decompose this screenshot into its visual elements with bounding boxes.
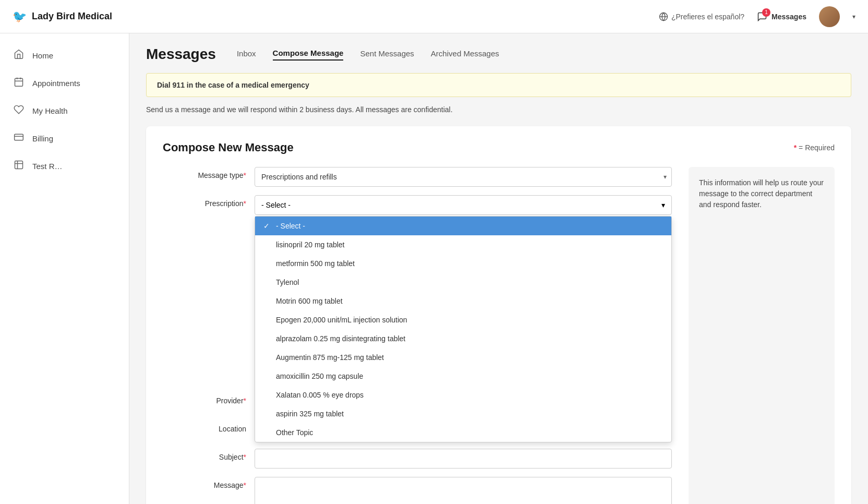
prescription-select-wrapper: - Select - ▾ (255, 195, 672, 215)
page-title: Messages (146, 46, 216, 63)
language-label: ¿Prefieres el español? (671, 13, 744, 21)
message-type-row: Message type* Prescriptions and refills … (163, 167, 672, 187)
dropdown-option-select: - Select - (276, 222, 305, 230)
dropdown-item-lisinopril[interactable]: lisinopril 20 mg tablet (255, 235, 671, 254)
dropdown-item-select[interactable]: ✓ - Select - (255, 217, 671, 235)
dropdown-option-epogen: Epogen 20,000 unit/mL injection solution (276, 316, 407, 324)
message-type-select-wrapper: Prescriptions and refills ▾ (255, 167, 672, 187)
appointments-icon (13, 77, 25, 90)
dropdown-item-aspirin[interactable]: aspirin 325 mg tablet (255, 404, 671, 423)
home-icon (13, 49, 25, 62)
avatar-image (819, 6, 840, 27)
sidebar-item-test-results[interactable]: Test R… (0, 152, 129, 180)
dropdown-option-amoxicillin: amoxicillin 250 mg capsule (276, 372, 363, 380)
messages-header: Messages Inbox Compose Message Sent Mess… (146, 46, 851, 63)
prescription-arrow: ▾ (661, 201, 665, 209)
dropdown-item-xalatan[interactable]: Xalatan 0.005 % eye drops (255, 386, 671, 404)
message-type-select[interactable]: Prescriptions and refills (255, 167, 672, 187)
subject-label: Subject* (163, 449, 246, 461)
dropdown-item-epogen[interactable]: Epogen 20,000 unit/mL injection solution (255, 310, 671, 329)
dropdown-item-augmentin[interactable]: Augmentin 875 mg-125 mg tablet (255, 348, 671, 367)
main-content: Messages Inbox Compose Message Sent Mess… (129, 33, 868, 504)
subject-input[interactable] (255, 449, 672, 469)
top-nav: 🐦 Lady Bird Medical ¿Prefieres el españo… (0, 0, 868, 33)
dropdown-option-other: Other Topic (276, 428, 313, 437)
sidebar-item-appointments-label: Appointments (32, 79, 80, 88)
form-fields: Message type* Prescriptions and refills … (163, 167, 672, 504)
messages-badge: 1 (762, 8, 770, 17)
check-icon: ✓ (263, 222, 272, 230)
test-results-icon (13, 160, 25, 173)
sidebar: Home Appointments My Health Billing Test… (0, 33, 129, 504)
sidebar-item-billing[interactable]: Billing (0, 125, 129, 152)
message-row: Message* (163, 477, 672, 504)
dropdown-option-metformin: metformin 500 mg tablet (276, 259, 355, 268)
emergency-banner: Dial 911 in the case of a medical emerge… (146, 73, 851, 97)
form-hint: This information will help us route your… (689, 167, 835, 504)
required-note: * = Required (794, 143, 835, 152)
tab-sent[interactable]: Sent Messages (360, 49, 414, 60)
dropdown-item-metformin[interactable]: metformin 500 mg tablet (255, 254, 671, 273)
sidebar-item-test-results-label: Test R… (32, 162, 63, 171)
message-type-label: Message type* (163, 167, 246, 179)
compose-header: Compose New Message * = Required (163, 141, 835, 154)
provider-label: Provider* (163, 392, 246, 405)
dropdown-item-other[interactable]: Other Topic (255, 423, 671, 442)
dropdown-option-motrin: Motrin 600 mg tablet (276, 297, 343, 305)
dropdown-option-augmentin: Augmentin 875 mg-125 mg tablet (276, 353, 384, 362)
prescription-row: Prescription* - Select - ▾ ✓ (163, 195, 672, 215)
avatar[interactable] (819, 6, 840, 27)
sidebar-item-home[interactable]: Home (0, 42, 129, 69)
logo-area: 🐦 Lady Bird Medical (13, 10, 112, 23)
dropdown-option-alprazolam: alprazolam 0.25 mg disintegrating tablet (276, 334, 405, 343)
emergency-text: Dial 911 in the case of a medical emerge… (157, 81, 309, 89)
prescription-selected-value: - Select - (261, 201, 291, 209)
dropdown-option-aspirin: aspirin 325 mg tablet (276, 410, 344, 418)
sidebar-item-home-label: Home (32, 51, 53, 60)
subtitle: Send us a message and we will respond wi… (146, 105, 851, 114)
language-button[interactable]: ¿Prefieres el español? (659, 12, 744, 21)
tab-compose[interactable]: Compose Message (273, 49, 344, 61)
prescription-dropdown: ✓ - Select - lisinopril 20 mg tablet met… (255, 216, 672, 442)
message-label: Message* (163, 477, 246, 489)
svg-rect-6 (15, 134, 23, 140)
svg-rect-2 (15, 78, 23, 86)
sidebar-item-appointments[interactable]: Appointments (0, 69, 129, 97)
my-health-icon (13, 104, 25, 117)
location-label: Location (163, 421, 246, 433)
required-label: = Required (799, 143, 835, 152)
dropdown-option-xalatan: Xalatan 0.005 % eye drops (276, 391, 364, 399)
tab-archived[interactable]: Archived Messages (431, 49, 499, 60)
avatar-chevron[interactable]: ▾ (852, 13, 855, 20)
form-section: Message type* Prescriptions and refills … (163, 167, 835, 504)
tab-inbox[interactable]: Inbox (237, 49, 256, 60)
asterisk: * (794, 143, 797, 152)
dropdown-item-amoxicillin[interactable]: amoxicillin 250 mg capsule (255, 367, 671, 386)
dropdown-option-lisinopril: lisinopril 20 mg tablet (276, 241, 345, 249)
sidebar-item-my-health-label: My Health (32, 106, 68, 115)
messages-nav-button[interactable]: 1 Messages (757, 11, 806, 22)
dropdown-item-tylenol[interactable]: Tylenol (255, 273, 671, 292)
sidebar-item-my-health[interactable]: My Health (0, 97, 129, 125)
logo-icon: 🐦 (13, 10, 27, 23)
globe-icon (659, 12, 668, 21)
dropdown-item-alprazolam[interactable]: alprazolam 0.25 mg disintegrating tablet (255, 329, 671, 348)
form-hint-text: This information will help us route your… (699, 178, 824, 209)
sidebar-item-billing-label: Billing (32, 134, 53, 143)
prescription-field: - Select - ▾ ✓ - Select - (255, 195, 672, 215)
prescription-select-trigger[interactable]: - Select - ▾ (255, 195, 672, 215)
message-textarea[interactable] (255, 477, 672, 504)
logo-text: Lady Bird Medical (32, 11, 112, 22)
dropdown-item-motrin[interactable]: Motrin 600 mg tablet (255, 292, 671, 310)
messages-nav-label: Messages (771, 13, 806, 21)
tabs: Inbox Compose Message Sent Messages Arch… (237, 49, 499, 61)
compose-container: Compose New Message * = Required Message… (146, 126, 851, 504)
subject-row: Subject* (163, 449, 672, 469)
prescription-label: Prescription* (163, 195, 246, 208)
dropdown-option-tylenol: Tylenol (276, 278, 299, 286)
compose-title: Compose New Message (163, 141, 294, 154)
top-nav-right: ¿Prefieres el español? 1 Messages ▾ (659, 6, 855, 27)
billing-icon (13, 132, 25, 145)
